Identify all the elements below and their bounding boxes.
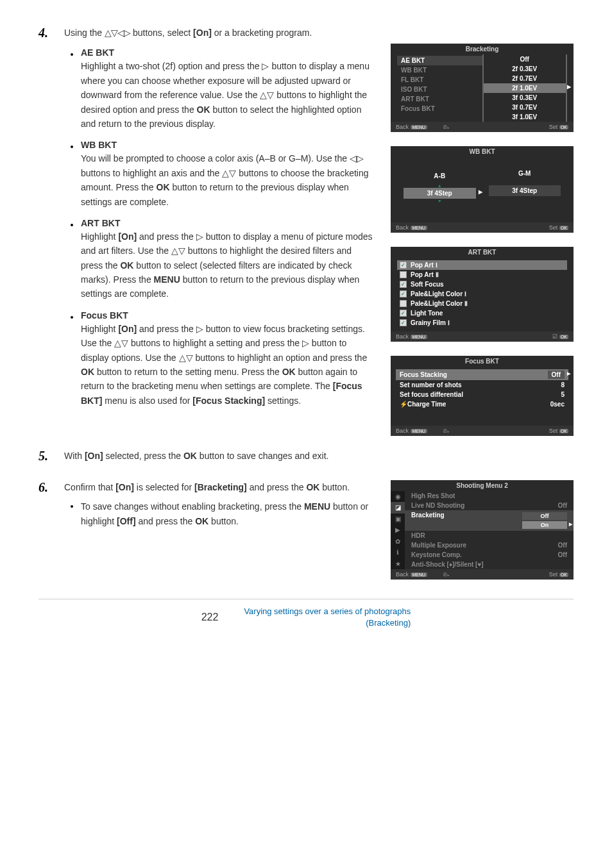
checkbox-icon: ✓ bbox=[400, 310, 407, 317]
menu-item[interactable]: HDR bbox=[405, 531, 574, 540]
checkbox-icon: ✓ bbox=[400, 319, 407, 326]
val-2f10[interactable]: 2f 1.0EV bbox=[484, 83, 566, 93]
bracketing-mode-list: AE BKT WB BKT FL BKT ISO BKT ART BKT Foc… bbox=[397, 54, 482, 122]
checkbox-icon: ✓ bbox=[400, 262, 407, 269]
screen-bracketing: Bracketing AE BKT WB BKT FL BKT ISO BKT … bbox=[391, 44, 574, 132]
setting-label: Set focus differential bbox=[400, 391, 463, 398]
art-filter-item[interactable]: ✓Pale&Light Color Ⅰ bbox=[397, 289, 567, 299]
val-2f03[interactable]: 2f 0.3EV bbox=[484, 64, 566, 74]
check-icon: ☑ bbox=[552, 333, 557, 340]
step4-intro: Using the △▽◁▷ buttons, select [On] or a… bbox=[64, 26, 574, 40]
mode-fl-bkt[interactable]: FL BKT bbox=[397, 75, 482, 85]
setting-label: Set number of shots bbox=[400, 381, 462, 388]
description: Highlight [On] and press the ▷ button to… bbox=[81, 230, 373, 301]
menu-label: High Res Shot bbox=[411, 492, 455, 499]
menu-item[interactable]: Multiple ExposureOff bbox=[405, 540, 574, 550]
menu-item[interactable]: BracketingOffOn bbox=[405, 510, 574, 531]
menu-icon: MENU bbox=[411, 335, 428, 339]
tab-camera2-icon[interactable]: ◪ bbox=[391, 502, 405, 513]
tab-video-icon[interactable]: ▣ bbox=[391, 513, 405, 524]
tab-setup-icon[interactable]: ℹ bbox=[391, 547, 405, 558]
back-label[interactable]: Back bbox=[396, 428, 409, 434]
menu-item[interactable]: Anti-Shock [♦]/Silent [♥] bbox=[405, 560, 574, 569]
axis-label: G-M bbox=[489, 170, 561, 177]
filter-label: Grainy Film Ⅰ bbox=[411, 319, 450, 326]
arrow-buttons-icon: △▽◁▷ bbox=[105, 28, 130, 38]
art-filter-item[interactable]: ✓Grainy Film Ⅰ bbox=[397, 318, 567, 328]
filter-label: Pale&Light Color Ⅰ bbox=[411, 290, 466, 297]
option[interactable]: On bbox=[522, 521, 567, 529]
ok-icon: OK bbox=[559, 572, 568, 577]
art-filter-item[interactable]: ✓Light Tone bbox=[397, 308, 567, 318]
menu-label: Anti-Shock [♦]/Silent [♥] bbox=[411, 561, 484, 568]
art-filter-item[interactable]: ✓Pale&Light Color Ⅱ bbox=[397, 299, 567, 308]
screen-title: Shooting Menu 2 bbox=[391, 480, 574, 491]
setting-label: ⚡Charge Time bbox=[400, 401, 446, 408]
bracketing-value-list: Off 2f 0.3EV 2f 0.7EV 2f 1.0EV 3f 0.3EV … bbox=[482, 54, 568, 122]
art-filter-item[interactable]: ✓Pop Art Ⅱ bbox=[397, 270, 567, 280]
val-3f03[interactable]: 3f 0.3EV bbox=[484, 93, 566, 103]
menu-icon: MENU bbox=[411, 429, 428, 433]
val-off[interactable]: Off bbox=[484, 54, 566, 64]
art-filter-item[interactable]: ✓Soft Focus bbox=[397, 280, 567, 289]
set-label[interactable]: Set bbox=[549, 571, 558, 578]
tab-camera1-icon[interactable]: ◉ bbox=[391, 491, 405, 502]
screen-title: Bracketing bbox=[391, 44, 574, 54]
page-number: 222 bbox=[201, 612, 219, 623]
focus-setting-row[interactable]: Focus StackingOff bbox=[396, 369, 568, 380]
val-2f07[interactable]: 2f 0.7EV bbox=[484, 74, 566, 83]
mode-iso-bkt[interactable]: ISO BKT bbox=[397, 85, 482, 94]
description: Highlight [On] and press the ▷ button to… bbox=[81, 322, 373, 408]
menu-tabs: ◉ ◪ ▣ ▶ ✿ ℹ ★ bbox=[391, 491, 405, 569]
item-art-bkt: ART BKT Highlight [On] and press the ▷ b… bbox=[64, 218, 373, 301]
tab-playback-icon[interactable]: ▶ bbox=[391, 524, 405, 535]
set-label[interactable]: Set bbox=[549, 428, 558, 434]
screen-title: WB BKT bbox=[391, 146, 574, 157]
back-label[interactable]: Back bbox=[396, 224, 409, 231]
setting-value: Off bbox=[548, 371, 565, 379]
checkbox-icon: ✓ bbox=[400, 271, 407, 278]
mode-focus-bkt[interactable]: Focus BKT bbox=[397, 104, 482, 113]
menu-item[interactable]: Live ND ShootingOff bbox=[405, 501, 574, 510]
heading: AE BKT bbox=[81, 47, 373, 58]
axis-label: A-B bbox=[404, 170, 476, 179]
menu-icon: MENU bbox=[411, 572, 428, 577]
tab-my-icon[interactable]: ★ bbox=[391, 558, 405, 569]
screen-wb-bkt: WB BKT A-B ▲ 3f 4Step ▼ G-M ▲ 3f 4Step bbox=[391, 146, 574, 233]
page-reference-link[interactable]: Varying settings over a series of photog… bbox=[244, 606, 411, 629]
mode-art-bkt[interactable]: ART BKT bbox=[397, 94, 482, 104]
menu-value: Off bbox=[558, 542, 567, 549]
set-label[interactable]: Set bbox=[549, 224, 558, 231]
menu-label: Bracketing bbox=[411, 512, 445, 530]
focus-setting-row[interactable]: Set focus differential5 bbox=[396, 390, 568, 399]
filter-label: Pale&Light Color Ⅱ bbox=[411, 300, 468, 307]
val-3f07[interactable]: 3f 0.7EV bbox=[484, 103, 566, 112]
back-label[interactable]: Back bbox=[396, 333, 409, 340]
val-3f10[interactable]: 3f 1.0EV bbox=[484, 112, 566, 122]
mode-wb-bkt[interactable]: WB BKT bbox=[397, 65, 482, 75]
checkbox-icon: ✓ bbox=[400, 290, 407, 297]
back-label[interactable]: Back bbox=[396, 571, 409, 578]
back-label[interactable]: Back bbox=[396, 124, 409, 130]
tab-gear-icon[interactable]: ✿ bbox=[391, 535, 405, 546]
screen-footer: Back MENU ⎚▸ Set OK bbox=[391, 569, 574, 580]
menu-icon: MENU bbox=[411, 125, 428, 129]
option[interactable]: Off bbox=[522, 512, 567, 520]
mode-ae-bkt[interactable]: AE BKT bbox=[397, 56, 482, 65]
wb-axis-ab[interactable]: A-B ▲ 3f 4Step ▼ bbox=[404, 170, 476, 203]
filter-label: Soft Focus bbox=[411, 281, 444, 288]
menu-item[interactable]: High Res Shot bbox=[405, 491, 574, 501]
focus-setting-row[interactable]: ⚡Charge Time0sec bbox=[396, 399, 568, 409]
screen-art-bkt: ART BKT ✓Pop Art Ⅰ✓Pop Art Ⅱ✓Soft Focus✓… bbox=[391, 247, 574, 342]
menu-item[interactable]: Keystone Comp.Off bbox=[405, 550, 574, 560]
art-filter-item[interactable]: ✓Pop Art Ⅰ bbox=[397, 260, 567, 270]
wb-axis-gm[interactable]: G-M ▲ 3f 4Step bbox=[489, 170, 561, 203]
down-arrow-icon: ▼ bbox=[404, 199, 476, 203]
heading: Focus BKT bbox=[81, 310, 373, 321]
item-ae-bkt: AE BKT Highlight a two-shot (2f) option … bbox=[64, 47, 373, 131]
focus-setting-row[interactable]: Set number of shots8 bbox=[396, 380, 568, 390]
set-label[interactable]: Set bbox=[549, 124, 558, 130]
checkbox-icon: ✓ bbox=[400, 281, 407, 288]
screen-focus-bkt: Focus BKT Focus StackingOffSet number of… bbox=[391, 356, 574, 436]
screen-footer: Back MENU ☑ OK bbox=[391, 331, 574, 342]
